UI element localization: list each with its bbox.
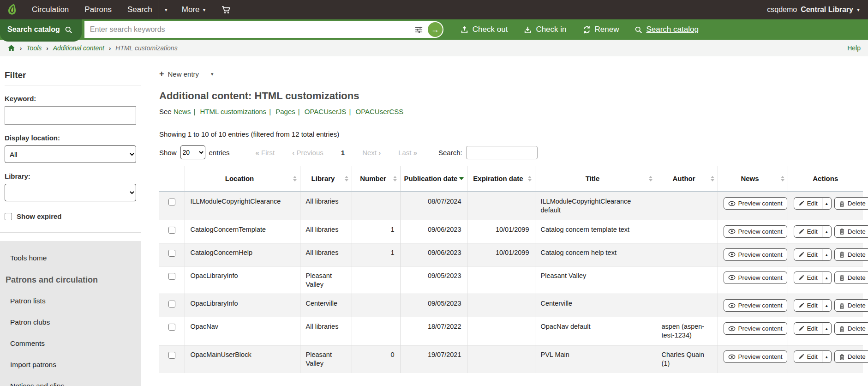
search-catalog-tab[interactable]: Search catalog: [0, 19, 82, 42]
delete-button[interactable]: Delete: [834, 197, 868, 210]
row-checkbox[interactable]: [168, 250, 175, 257]
column-header-title[interactable]: Title: [535, 166, 656, 192]
edit-button[interactable]: Edit: [794, 271, 822, 284]
sidebar-item-import-patrons[interactable]: Import patrons: [10, 361, 136, 369]
search-input[interactable]: [84, 21, 410, 38]
preview-content-button[interactable]: Preview content: [724, 197, 787, 210]
cart-button[interactable]: [214, 0, 239, 19]
delete-button[interactable]: Delete: [834, 299, 868, 312]
sort-icon: [649, 176, 652, 181]
edit-dropdown-toggle[interactable]: ▴: [822, 322, 832, 335]
cell-date: [467, 345, 535, 373]
delete-button[interactable]: Delete: [834, 322, 868, 335]
delete-button[interactable]: Delete: [834, 271, 868, 284]
page-size-select[interactable]: 20: [180, 145, 205, 159]
preview-content-button[interactable]: Preview content: [724, 350, 787, 363]
next-page-button[interactable]: Next ›: [362, 149, 381, 157]
display-location-select[interactable]: All: [5, 145, 136, 163]
edit-button[interactable]: Edit: [794, 197, 822, 210]
cell-date: 10/01/2099: [467, 243, 535, 266]
see-link-opacuserjs[interactable]: OPACUserJS: [303, 108, 347, 115]
sidebar-item-patron-lists[interactable]: Patron lists: [10, 297, 136, 305]
quicklink-renew[interactable]: Renew: [582, 25, 619, 34]
logged-in-user-menu[interactable]: csqdemo Central Library ▾: [767, 6, 868, 14]
column-header-library[interactable]: Library: [300, 166, 352, 192]
row-checkbox[interactable]: [168, 199, 175, 205]
row-checkbox[interactable]: [168, 273, 175, 280]
delete-button[interactable]: Delete: [834, 248, 868, 261]
keyword-input[interactable]: [5, 106, 136, 125]
cell-date: 09/05/2023: [400, 294, 467, 317]
last-page-button[interactable]: Last »: [398, 149, 417, 157]
row-checkbox[interactable]: [168, 227, 175, 234]
topnav-item-circulation[interactable]: Circulation: [24, 0, 77, 19]
column-header-news[interactable]: News: [718, 166, 788, 192]
preview-content-button[interactable]: Preview content: [724, 225, 787, 238]
cell-num: 1: [352, 220, 400, 243]
search-options-button[interactable]: [410, 25, 428, 34]
catalog-search-bar: Search catalog → Check outCheck inRenewS…: [0, 19, 868, 40]
delete-button[interactable]: Delete: [834, 225, 868, 238]
plus-icon: +: [159, 69, 164, 79]
edit-button[interactable]: Edit: [794, 299, 822, 312]
previous-page-button[interactable]: ‹ Previous: [292, 149, 323, 157]
current-page-number[interactable]: 1: [341, 149, 345, 157]
quicklink-search-catalog[interactable]: Search catalog: [635, 25, 698, 34]
show-label: Show: [159, 149, 177, 157]
see-link-pages[interactable]: Pages: [274, 108, 295, 115]
sidebar-item-patron-clubs[interactable]: Patron clubs: [10, 318, 136, 326]
edit-dropdown-toggle[interactable]: ▴: [822, 299, 832, 312]
sidebar-item-tools-home[interactable]: Tools home: [10, 254, 136, 262]
search-submit-button[interactable]: →: [428, 22, 443, 37]
preview-content-button[interactable]: Preview content: [724, 248, 787, 261]
topnav-item-search[interactable]: Search: [120, 0, 158, 19]
table-search-input[interactable]: [466, 146, 538, 159]
topnav-search-dropdown-toggle[interactable]: ▾: [158, 0, 174, 19]
column-header-author[interactable]: Author: [656, 166, 718, 192]
preview-content-button[interactable]: Preview content: [724, 299, 787, 312]
row-checkbox[interactable]: [168, 301, 175, 308]
first-page-button[interactable]: « First: [256, 149, 275, 157]
show-expired-checkbox[interactable]: [5, 213, 12, 220]
edit-dropdown-toggle[interactable]: ▴: [822, 271, 832, 284]
edit-button[interactable]: Edit: [794, 350, 822, 363]
help-link[interactable]: Help: [847, 44, 861, 52]
column-header-expiration-date[interactable]: Expiration date: [467, 166, 535, 192]
edit-button[interactable]: Edit: [794, 248, 822, 261]
trash-icon: [839, 228, 845, 235]
quicklink-check-in[interactable]: Check in: [523, 25, 566, 34]
home-icon[interactable]: [7, 44, 15, 52]
sidebar-item-notices-and-slips[interactable]: Notices and slips: [10, 382, 136, 386]
breadcrumb-item-additional-content[interactable]: Additional content: [53, 44, 104, 52]
see-link-separator: |: [266, 108, 274, 115]
cell-date: 09/06/2023: [400, 243, 467, 266]
topnav-item-more[interactable]: More▾: [174, 0, 214, 19]
new-entry-dropdown-toggle[interactable]: ▾: [211, 71, 214, 77]
edit-dropdown-toggle[interactable]: ▴: [822, 350, 832, 363]
koha-logo-icon: [6, 3, 18, 17]
column-header-location[interactable]: Location: [185, 166, 300, 192]
row-checkbox[interactable]: [168, 352, 175, 359]
topnav-item-patrons[interactable]: Patrons: [77, 0, 120, 19]
koha-logo[interactable]: [0, 3, 24, 17]
preview-content-button[interactable]: Preview content: [724, 322, 787, 335]
see-link-opacusercss[interactable]: OPACUserCSS: [353, 108, 403, 115]
sidebar-item-comments[interactable]: Comments: [10, 339, 136, 348]
see-link-news[interactable]: News: [174, 108, 191, 115]
see-link-html-customizations[interactable]: HTML customizations: [198, 108, 266, 115]
quicklink-check-out[interactable]: Check out: [460, 25, 508, 34]
new-entry-button[interactable]: + New entry: [159, 69, 199, 79]
edit-button[interactable]: Edit: [794, 322, 822, 335]
edit-dropdown-toggle[interactable]: ▴: [822, 225, 832, 238]
column-header-publication-date[interactable]: Publication date: [400, 166, 467, 192]
preview-content-button[interactable]: Preview content: [724, 271, 787, 284]
library-select[interactable]: [5, 184, 136, 201]
row-checkbox[interactable]: [168, 324, 175, 331]
tools-menu: Tools home Patrons and circulation Patro…: [0, 241, 141, 386]
delete-button[interactable]: Delete: [834, 350, 868, 363]
breadcrumb-item-tools[interactable]: Tools: [26, 44, 42, 52]
column-header-number[interactable]: Number: [352, 166, 400, 192]
edit-button[interactable]: Edit: [794, 225, 822, 238]
edit-dropdown-toggle[interactable]: ▴: [822, 197, 832, 210]
edit-dropdown-toggle[interactable]: ▴: [822, 248, 832, 261]
